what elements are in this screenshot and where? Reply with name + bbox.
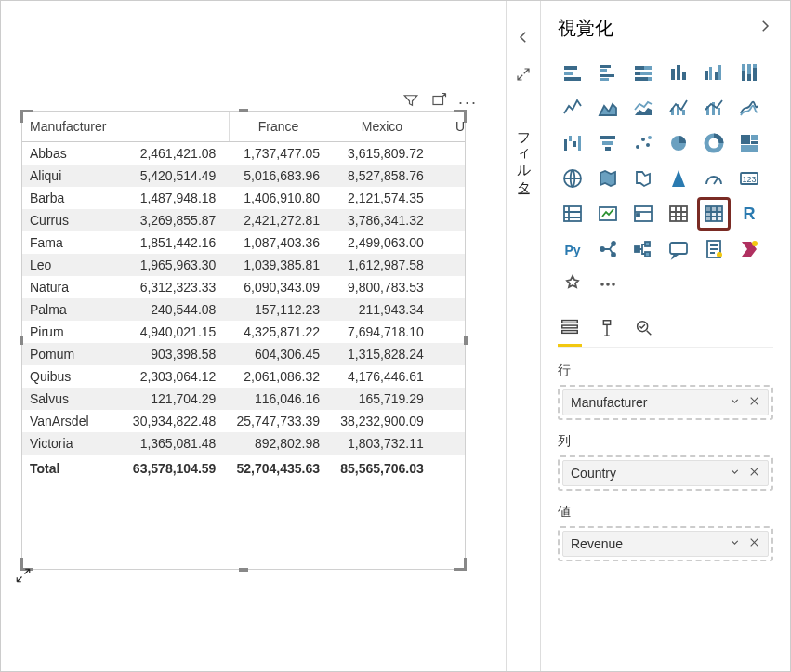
column-header[interactable]: Mexico [333,112,437,142]
table-row[interactable]: Leo1,965,963.301,039,385.811,612,987.58 [22,254,465,276]
chevron-down-icon[interactable] [729,395,741,410]
chevron-down-icon[interactable] [729,536,741,551]
table-row[interactable]: Pomum903,398.58604,306.451,315,828.24 [22,343,465,365]
resize-handle[interactable] [464,336,468,345]
svg-rect-5 [600,69,607,72]
viz-area-icon[interactable] [593,93,623,123]
viz-qa-icon[interactable] [664,234,693,264]
table-row[interactable]: Fama1,851,442.161,087,403.362,499,063.00 [22,231,465,254]
resize-handle[interactable] [454,558,467,571]
viz-scatter-icon[interactable] [628,128,658,158]
expand-icon[interactable] [515,66,532,86]
svg-rect-0 [433,97,443,105]
viz-key-influencers-icon[interactable] [593,234,623,264]
table-row[interactable]: Salvus121,704.29116,046.16165,719.29 [22,388,465,410]
tab-format[interactable] [595,312,619,347]
viz-line-stacked-icon[interactable] [699,93,729,123]
field-chip-country[interactable]: Country [562,460,769,486]
row-label: Palma [22,298,125,321]
row-header[interactable]: Manufacturer [22,112,125,142]
viz-donut-icon[interactable] [699,128,729,158]
viz-stacked-area-icon[interactable] [628,93,658,123]
viz-clustered-bar-icon[interactable] [593,58,623,87]
table-row[interactable]: Currus3,269,855.872,421,272.813,786,341.… [22,209,465,231]
viz-paginated-icon[interactable] [699,234,729,264]
viz-map-icon[interactable] [558,164,587,193]
table-row[interactable]: Victoria1,365,081.48892,802.981,803,732.… [22,432,465,455]
viz-powerapps-icon[interactable] [734,234,764,264]
viz-treemap-icon[interactable] [734,128,764,158]
viz-multi-row-card-icon[interactable] [558,199,587,229]
viz-custom-icon[interactable] [558,270,587,299]
viz-stacked-bar-icon[interactable] [558,58,587,87]
viz-shape-map-icon[interactable] [628,164,658,193]
viz-ribbon-icon[interactable] [734,93,764,123]
matrix-scroll-area[interactable]: Manufacturer France Mexico U Abbas2,461,… [22,112,465,554]
viz-funnel-icon[interactable] [593,128,623,158]
viz-line-icon[interactable] [558,93,587,123]
viz-python-icon[interactable]: Py [558,234,587,264]
resize-handle[interactable] [20,110,33,123]
table-row[interactable]: Pirum4,940,021.154,325,871.227,694,718.1… [22,321,465,343]
filters-label[interactable]: フィルター [515,124,533,187]
viz-arcgis-icon[interactable] [664,164,693,193]
close-icon[interactable] [748,536,760,551]
matrix-visual[interactable]: Manufacturer France Mexico U Abbas2,461,… [21,111,466,570]
viz-decomposition-tree-icon[interactable] [628,234,658,264]
column-header[interactable]: France [229,112,333,142]
table-row[interactable]: Quibus2,303,064.122,061,086.324,176,446.… [22,365,465,388]
table-row[interactable]: Palma240,544.08157,112.23211,943.34 [22,298,465,321]
svg-rect-17 [705,71,708,80]
viz-waterfall-icon[interactable] [558,128,587,158]
filter-icon[interactable] [402,92,419,112]
viz-slicer-icon[interactable] [628,199,658,229]
viz-clustered-column-icon[interactable] [699,58,729,87]
cell: 1,315,828.24 [333,343,437,365]
tab-analytics[interactable] [632,312,656,347]
viz-table-icon[interactable] [664,199,693,229]
resize-handle[interactable] [239,568,248,572]
viz-matrix-icon[interactable] [699,199,729,229]
chevron-right-icon[interactable] [757,18,773,39]
cell: 7,694,718.10 [333,321,437,343]
rows-well[interactable]: Manufacturer [558,385,773,420]
svg-rect-56 [637,214,639,217]
report-canvas[interactable]: ··· Manufacturer France Mexico [1,1,506,671]
table-row[interactable]: Barba1,487,948.181,406,910.802,121,574.3… [22,187,465,209]
tab-fields[interactable] [558,312,582,347]
table-row[interactable]: Natura6,312,323.336,090,343.099,800,783.… [22,276,465,298]
table-row[interactable]: Aliqui5,420,514.495,016,683.968,527,858.… [22,165,465,187]
viz-line-clustered-icon[interactable] [664,93,693,123]
field-chip-manufacturer[interactable]: Manufacturer [562,389,769,415]
resize-handle[interactable] [239,109,248,112]
focus-mode-icon[interactable] [430,92,447,112]
field-chip-revenue[interactable]: Revenue [562,531,769,557]
table-row[interactable]: Abbas2,461,421.081,737,477.053,615,809.7… [22,142,465,165]
close-icon[interactable] [748,395,760,410]
svg-rect-37 [600,136,615,139]
viz-r-visual-icon[interactable]: R [734,199,764,229]
viz-pie-icon[interactable] [664,128,693,158]
viz-gauge-icon[interactable] [699,164,729,193]
viz-stacked-100-bar-icon[interactable] [628,58,658,87]
viz-filled-map-icon[interactable] [593,164,623,193]
resize-handle[interactable] [454,110,467,123]
svg-rect-38 [602,141,613,145]
table-row[interactable]: VanArsdel30,934,822.4825,747,733.3938,23… [22,410,465,432]
viz-more-icon[interactable] [593,270,623,299]
viz-card-icon[interactable]: 123 [734,164,764,193]
chevron-left-icon[interactable] [515,29,532,49]
cell: 1,737,477.05 [229,142,333,165]
svg-point-63 [600,247,604,251]
viz-stacked-100-column-icon[interactable] [734,58,764,87]
cell: 9,800,783.53 [333,276,437,298]
viz-kpi-icon[interactable] [593,199,623,229]
svg-rect-33 [564,139,567,151]
chevron-down-icon[interactable] [729,466,741,481]
viz-stacked-column-icon[interactable] [664,58,693,87]
columns-well[interactable]: Country [558,455,773,491]
values-well[interactable]: Revenue [558,526,773,561]
resize-handle[interactable] [20,336,23,345]
filters-pane-collapsed[interactable]: フィルター [506,1,541,671]
close-icon[interactable] [748,466,760,481]
